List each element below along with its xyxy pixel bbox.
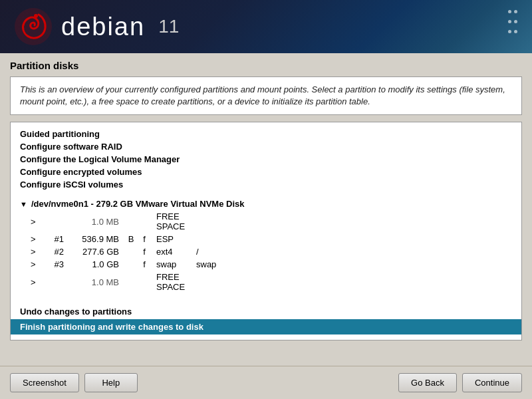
- partition-row-3[interactable]: > #3 1.0 GB f swap swap: [11, 258, 521, 271]
- partition-row-free2[interactable]: > 1.0 MB FREE SPACE: [11, 271, 521, 293]
- disk-header: ▼ /dev/nvme0n1 - 279.2 GB VMware Virtual…: [11, 198, 521, 210]
- partition-panel: Guided partitioning Configure software R…: [10, 122, 522, 340]
- page-title: Partition disks: [10, 60, 522, 71]
- help-button[interactable]: Help: [84, 373, 138, 392]
- app-title: debian: [61, 13, 145, 41]
- svg-point-1: [34, 14, 38, 18]
- footer-left-buttons: Screenshot Help: [10, 373, 138, 392]
- info-text: This is an overview of your currently co…: [20, 84, 505, 106]
- partition-row-free1[interactable]: > 1.0 MB FREE SPACE: [11, 210, 521, 233]
- partition-row-2[interactable]: > #2 277.6 GB f ext4 /: [11, 245, 521, 258]
- info-box: This is an overview of your currently co…: [10, 76, 522, 115]
- finish-label: Finish partitioning and write changes to…: [20, 322, 203, 332]
- undo-changes-item[interactable]: Undo changes to partitions: [11, 305, 521, 318]
- menu-item-guided[interactable]: Guided partitioning: [11, 128, 521, 140]
- footer: Screenshot Help Go Back Continue: [0, 366, 532, 399]
- decorative-dots: [507, 7, 519, 37]
- main-content: Partition disks This is an overview of y…: [0, 53, 532, 347]
- screenshot-button[interactable]: Screenshot: [10, 373, 79, 392]
- undo-label: Undo changes to partitions: [20, 307, 132, 317]
- go-back-button[interactable]: Go Back: [398, 373, 457, 392]
- menu-item-iscsi[interactable]: Configure iSCSI volumes: [11, 178, 521, 191]
- debian-logo-icon: [13, 7, 53, 47]
- disk-expand-icon: ▼: [20, 200, 27, 208]
- menu-item-raid[interactable]: Configure software RAID: [11, 140, 521, 153]
- partition-row-1[interactable]: > #1 536.9 MB B f ESP: [11, 233, 521, 245]
- menu-item-lvm[interactable]: Configure the Logical Volume Manager: [11, 153, 521, 166]
- menu-item-encrypt[interactable]: Configure encrypted volumes: [11, 166, 521, 178]
- footer-right-buttons: Go Back Continue: [398, 373, 522, 392]
- app-version: 11: [158, 16, 179, 37]
- logo: debian 11: [13, 7, 179, 47]
- disk-label: /dev/nvme0n1 - 279.2 GB VMware Virtual N…: [31, 199, 245, 209]
- header: debian 11: [0, 0, 532, 53]
- finish-partitioning-item[interactable]: Finish partitioning and write changes to…: [11, 319, 521, 334]
- continue-button[interactable]: Continue: [462, 373, 522, 392]
